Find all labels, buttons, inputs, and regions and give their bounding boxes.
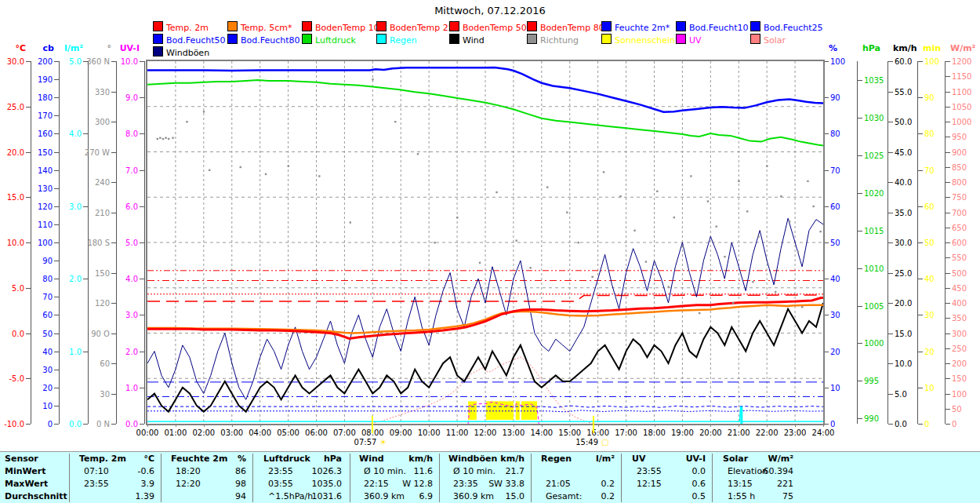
soilmoisture-axis-tick — [54, 115, 59, 116]
cell-time: 360.9 km — [448, 491, 494, 501]
legend-item-bodentemp-10: BodenTemp 10 — [302, 21, 379, 32]
cell-time: 23:55 — [263, 466, 293, 476]
pressure-axis-tick-label: 1015 — [864, 227, 884, 235]
sunshine-axis-tick-label: 40 — [924, 275, 935, 283]
wind-axis-tick — [888, 61, 893, 62]
solar-axis-tick-label: 550 — [952, 253, 967, 262]
cell-value: 221 — [777, 479, 793, 489]
pressure-axis-tick — [858, 80, 862, 81]
direction-axis-tick-label: 360 N — [78, 57, 110, 66]
uv-axis-tick — [140, 61, 144, 62]
x-hour-tick — [232, 424, 233, 427]
solar-axis-tick-label: 1000 — [952, 118, 971, 126]
wind-axis-tick — [888, 394, 893, 395]
solar-axis-tick-label: 300 — [952, 330, 967, 338]
table-separator — [712, 454, 713, 502]
table-cell-luftdruck: 23:551026.3 — [259, 466, 343, 478]
table-cell-windb-en: 23:35SW 33.8 — [444, 479, 526, 490]
direction-dot — [738, 180, 739, 182]
solar-axis-tick — [946, 228, 950, 228]
rain-axis-tick-label: 4.0 — [50, 129, 82, 138]
solar-axis-tick — [946, 152, 950, 153]
direction-dot — [578, 242, 579, 243]
humidity-axis-tick-label: 20 — [830, 348, 840, 356]
table-separator — [531, 454, 532, 502]
cell-time: Ø 10 min. — [448, 466, 495, 476]
x-hour-tick — [401, 424, 401, 427]
col-unit: W/m² — [768, 454, 793, 464]
uv-axis-tick — [140, 206, 144, 207]
table-header-sensor: Sensor — [5, 454, 67, 465]
temp-axis-tick-label: -5.0 — [0, 374, 24, 383]
direction-axis-tick-label: 240 — [78, 178, 110, 187]
uv-axis-tick — [140, 315, 144, 315]
col-unit: km/h — [408, 454, 433, 464]
humidity-axis-tick-label: 100 — [830, 57, 845, 66]
uv-axis-tick — [140, 242, 144, 243]
sunset-square-icon: ▢ — [601, 438, 608, 447]
soilmoisture-axis-tick — [54, 170, 59, 171]
legend-label: BodenTemp 10 — [315, 23, 379, 33]
col-unit: °C — [143, 454, 154, 464]
legend-item-luftdruck: Luftdruck — [302, 34, 356, 45]
col-header: Feuchte 2m — [171, 454, 227, 464]
direction-dot — [209, 169, 210, 171]
x-hour-tick — [147, 424, 148, 427]
rain-axis-tick-label: 2.0 — [50, 275, 82, 283]
legend-item-bod-feucht50: Bod.Feucht50 — [153, 34, 226, 45]
solar-axis-tick-label: 850 — [952, 163, 967, 172]
cell-value: 98 — [235, 479, 246, 489]
soilmoisture-axis-tick-label: 160 — [21, 129, 53, 138]
cell-time: 22:15 — [359, 479, 389, 489]
cell-time: 1:55 h — [723, 491, 755, 501]
uv-axis-tick-label: 3.0 — [107, 311, 138, 319]
x-hour-tick — [429, 424, 430, 427]
soilmoisture-axis-tick-label: 70 — [21, 293, 53, 301]
direction-axis-tick — [111, 152, 116, 153]
solar-axis-tick — [946, 182, 950, 183]
direction-axis-tick — [111, 303, 116, 304]
cell-value: 6.9 — [419, 491, 434, 501]
solar-axis-tick-label: 350 — [952, 314, 967, 323]
legend-label: Bod.Feucht80 — [241, 35, 300, 46]
direction-axis-tick-label: 60 — [78, 359, 110, 368]
sunshine-axis-tick — [918, 388, 923, 388]
pressure-axis-tick-label: 1005 — [864, 302, 884, 311]
legend-item-solar: Solar — [750, 34, 786, 45]
direction-dot — [288, 165, 289, 166]
cell-time: 360.9 km — [359, 491, 405, 501]
soilmoisture-axis-tick-label: 60 — [21, 311, 53, 319]
wind-axis-tick — [888, 92, 893, 93]
table-cell-uv: 0.5 — [627, 491, 707, 503]
table-cell-feuchte-2m: 12:2098 — [166, 479, 248, 490]
x-hour-tick — [344, 424, 345, 427]
sunrise-marker — [372, 416, 373, 433]
table-cell-luftdruck: ^1.5hPa/h1031.6 — [259, 491, 343, 503]
uv-axis-tick-label: 1.0 — [107, 384, 138, 392]
table-cell-solar: Elevation-60.394 — [718, 466, 795, 478]
wind-axis-tick — [888, 182, 893, 183]
soilmoisture-axis-tick — [54, 334, 59, 334]
table-cell-feuchte-2m: 94 — [166, 491, 248, 503]
wind-axis-tick — [888, 363, 893, 364]
pressure-axis-tick — [858, 306, 862, 307]
direction-dot — [162, 138, 164, 140]
solar-axis-tick — [946, 197, 950, 198]
humidity-axis-tick-label: 50 — [830, 239, 840, 247]
legend-label: Richtung — [540, 35, 579, 46]
wind-axis-tick-label: 5.0 — [895, 390, 907, 399]
humidity-axis-tick-label: 70 — [830, 166, 840, 175]
direction-axis-tick — [111, 363, 116, 364]
rain-axis-tick — [83, 206, 88, 207]
cell-value: -60.394 — [760, 466, 793, 476]
solar-axis-tick — [946, 288, 950, 289]
cell-time: 23:35 — [448, 479, 478, 489]
rain-axis-tick — [83, 352, 88, 352]
solar-axis-tick-label: 250 — [952, 344, 967, 353]
cell-time: 03:55 — [263, 479, 293, 489]
series-temp_2m — [147, 298, 823, 339]
sunshine-block — [486, 401, 514, 420]
x-hour-tick — [260, 424, 261, 427]
col-header: Temp. 2m — [79, 454, 126, 464]
temp-axis-tick — [26, 378, 31, 379]
